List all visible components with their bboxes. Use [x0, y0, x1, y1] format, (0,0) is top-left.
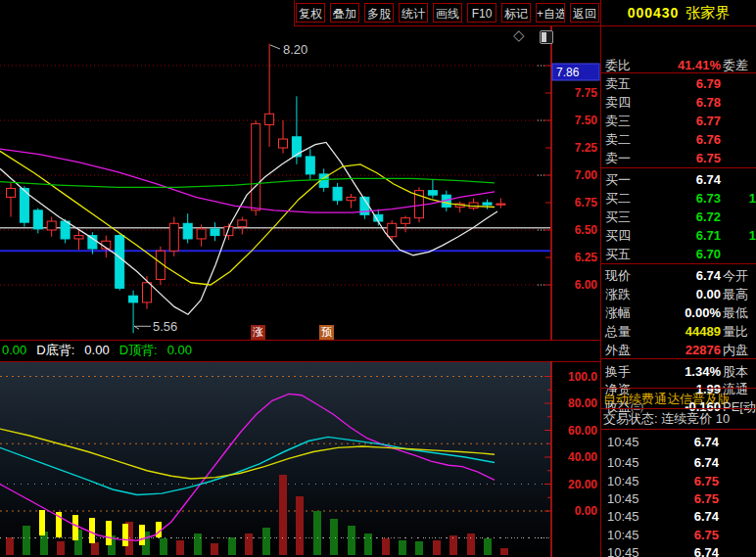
quote-label: 总量 — [605, 322, 631, 341]
pane-window-icon[interactable] — [540, 30, 553, 44]
quote-label: 买四 — [605, 226, 631, 245]
svg-text:7.00: 7.00 — [575, 168, 598, 182]
toolbar-button[interactable]: 返回 — [570, 3, 599, 23]
stock-code: 000430 — [628, 5, 680, 21]
quote-label: 买二 — [605, 189, 631, 208]
quote-label: 卖四 — [605, 93, 631, 112]
quote-row-卖三[interactable]: 卖三6.77 — [601, 112, 756, 130]
quote-row-收益㈢: 收益㈢-0.160PE[动 — [601, 397, 756, 416]
toolbar-button[interactable]: 叠加 — [330, 3, 359, 23]
quote-row-现价: 现价6.74今开 — [601, 266, 756, 285]
quote-value: 6.71 — [640, 226, 721, 245]
quote-panel: 自动续费通达信普及版 交易状态: 连续竞价 10 委比41.41%委差卖五6.7… — [601, 26, 756, 557]
svg-text:6.00: 6.00 — [575, 278, 598, 292]
quote-label: 外盘 — [605, 341, 631, 359]
quote-label: 卖三 — [605, 112, 631, 130]
svg-text:7.50: 7.50 — [575, 114, 598, 127]
tick-row: 10:456.75 — [601, 472, 756, 490]
tick-row: 10:456.74 — [601, 433, 756, 451]
panel-divider — [601, 263, 756, 264]
quote-label: 卖五 — [605, 74, 631, 93]
quote-label: 收益㈢ — [605, 397, 643, 416]
quote-value: 6.76 — [640, 130, 721, 149]
svg-text:6.25: 6.25 — [575, 251, 598, 264]
toolbar-button[interactable]: 统计 — [399, 3, 428, 23]
quote-label: 卖二 — [605, 130, 631, 149]
toolbar-button[interactable]: F10 — [467, 3, 496, 23]
quote-value: 0.00 — [640, 285, 721, 303]
tick-time: 10:45 — [607, 489, 639, 508]
panel-divider — [601, 72, 756, 73]
quote-label: 换手 — [605, 362, 631, 381]
panel-divider — [601, 388, 756, 389]
svg-text:0.00: 0.00 — [575, 504, 598, 518]
quote-label: 涨幅 — [605, 303, 631, 322]
quote-row-卖二[interactable]: 卖二6.76 — [601, 130, 756, 149]
quote-label2: 最低 — [723, 303, 748, 322]
quote-row-总量: 总量44489量比 — [601, 322, 756, 341]
tick-price: 6.75 — [658, 472, 719, 490]
quote-value: 6.77 — [640, 112, 721, 130]
indicator-value-row: 0.00 D底背: 0.00 D顶背: 0.00 — [0, 341, 602, 360]
tick-time: 10:45 — [607, 543, 639, 557]
quote-row-卖一[interactable]: 卖一6.75 — [601, 149, 756, 167]
tick-price: 6.75 — [658, 526, 719, 544]
svg-text:80.00: 80.00 — [568, 396, 597, 410]
quote-label: 现价 — [605, 266, 631, 285]
panel-divider — [601, 429, 756, 430]
toolbar-button[interactable]: 多股 — [364, 3, 394, 23]
diamond-icon[interactable]: ◇ — [513, 26, 525, 44]
quote-row-买二[interactable]: 买二6.731 — [601, 189, 756, 208]
svg-text:6.75: 6.75 — [575, 196, 598, 209]
tick-time: 10:45 — [607, 526, 639, 544]
svg-text:100.0: 100.0 — [568, 370, 597, 384]
quote-label: 买三 — [605, 208, 631, 226]
toolbar-button[interactable]: 画线 — [433, 3, 462, 23]
quote-label2: 量比 — [723, 322, 748, 341]
quote-row-买一[interactable]: 买一6.74 — [601, 170, 756, 189]
toolbar: 复权叠加多股统计画线F10标记+自选返回 — [296, 3, 599, 23]
quote-value: 1.99 — [640, 380, 721, 398]
stock-header: 000430 张家界 — [601, 0, 756, 25]
quote-value: 6.72 — [640, 208, 721, 226]
tick-time: 10:45 — [607, 507, 639, 526]
toolbar-button[interactable]: 标记 — [501, 3, 531, 23]
quote-label: 卖一 — [605, 149, 631, 167]
stock-name: 张家界 — [685, 4, 730, 23]
quote-extra-digit: 1 — [749, 189, 756, 208]
quote-row-卖五[interactable]: 卖五6.79 — [601, 74, 756, 93]
toolbar-button[interactable]: +自选 — [536, 3, 565, 23]
indicator-value-dibei: 0.00 — [84, 341, 109, 360]
tick-row: 10:456.74 — [601, 543, 756, 557]
quote-label: 买一 — [605, 170, 631, 189]
tick-time: 10:45 — [607, 453, 639, 472]
quote-value: 6.74 — [640, 266, 721, 285]
svg-text:7.86: 7.86 — [556, 66, 580, 79]
yu-signal-badge: 预 — [319, 325, 334, 340]
tick-row: 10:456.74 — [601, 507, 756, 526]
svg-text:7.75: 7.75 — [575, 86, 598, 100]
tick-price: 6.75 — [658, 489, 719, 508]
tick-time: 10:45 — [607, 433, 639, 451]
toolbar-button[interactable]: 复权 — [296, 3, 325, 23]
indicator-label-dibei: D底背: — [36, 341, 74, 360]
quote-row-买四[interactable]: 买四6.711 — [601, 226, 756, 245]
svg-text:5.56: 5.56 — [153, 319, 177, 334]
quote-label: 买五 — [605, 245, 631, 263]
quote-value: 44489 — [640, 322, 721, 341]
panel-divider — [601, 167, 756, 168]
quote-row-外盘: 外盘22876内盘 — [601, 341, 756, 359]
quote-row-卖四[interactable]: 卖四6.78 — [601, 93, 756, 112]
quote-value: 22876 — [640, 341, 721, 359]
quote-row-买五[interactable]: 买五6.70 — [601, 245, 756, 263]
quote-label: 净资 — [605, 380, 631, 398]
panel-divider — [601, 408, 756, 409]
quote-row-买三[interactable]: 买三6.72 — [601, 208, 756, 226]
svg-text:7.25: 7.25 — [575, 141, 598, 155]
trading-terminal-window: 复权叠加多股统计画线F10标记+自选返回 000430 张家界 7.757.50… — [0, 0, 756, 557]
quote-value: 6.79 — [640, 74, 721, 93]
oscillator-sub-chart[interactable]: 100.080.0060.0040.0020.000.00 — [0, 361, 601, 557]
quote-label2: 今开 — [723, 266, 748, 285]
main-candlestick-chart[interactable]: 7.757.507.257.006.756.506.256.007.868.20… — [0, 26, 601, 340]
quote-value: 0.00% — [640, 303, 721, 322]
